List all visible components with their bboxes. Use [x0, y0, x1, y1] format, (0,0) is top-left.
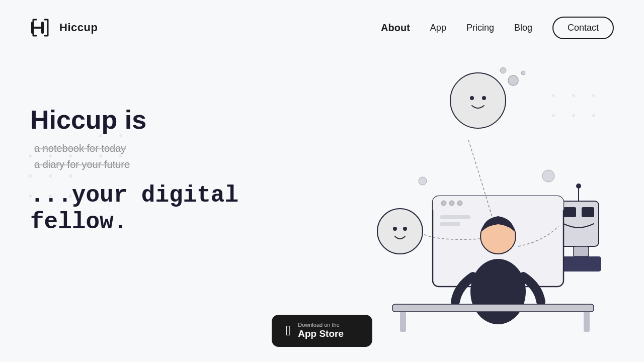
illustration-svg	[322, 55, 634, 347]
svg-rect-44	[440, 215, 470, 219]
nav-about[interactable]: About	[381, 22, 410, 34]
subtitle-2: a diary for your future	[30, 156, 272, 172]
svg-point-30	[403, 227, 407, 231]
svg-point-22	[450, 73, 506, 128]
svg-point-29	[393, 227, 397, 231]
svg-rect-32	[564, 207, 576, 217]
nav-blog[interactable]: Blog	[514, 23, 532, 33]
nav-pricing[interactable]: Pricing	[466, 23, 494, 33]
svg-point-27	[521, 71, 525, 75]
svg-point-35	[576, 184, 581, 189]
appstore-text: Download on the App Store	[298, 322, 344, 340]
logo-text: Hiccup	[59, 21, 98, 34]
svg-point-42	[449, 201, 454, 206]
svg-point-24	[482, 96, 486, 100]
apple-icon: 	[286, 324, 291, 338]
contact-button[interactable]: Contact	[552, 17, 614, 39]
svg-rect-37	[561, 256, 601, 272]
svg-point-41	[441, 201, 446, 206]
svg-rect-36	[574, 246, 589, 256]
svg-point-43	[457, 201, 462, 206]
navbar: Hiccup About App Pricing Blog Contact	[0, 0, 644, 55]
svg-rect-51	[400, 312, 406, 332]
hero-tagline: ...your digitalfellow.	[30, 183, 272, 236]
svg-rect-52	[584, 312, 590, 332]
hero-heading: Hiccup is	[30, 106, 272, 134]
svg-rect-1	[41, 22, 44, 34]
subtitle-1: a notebook for today	[30, 140, 272, 156]
appstore-large-text: App Store	[298, 328, 344, 340]
svg-point-26	[500, 67, 506, 73]
svg-point-49	[470, 259, 526, 324]
hero-section: Hiccup is a notebook for today a diary f…	[30, 65, 272, 236]
logo-link[interactable]: Hiccup	[30, 18, 98, 38]
appstore-button[interactable]:  Download on the App Store	[272, 315, 372, 347]
svg-point-54	[419, 177, 427, 185]
appstore-container:  Download on the App Store	[272, 315, 372, 347]
nav-links: About App Pricing Blog Contact	[381, 17, 614, 39]
svg-point-28	[377, 209, 423, 254]
logo-icon	[30, 18, 55, 38]
nav-app[interactable]: App	[430, 23, 446, 33]
svg-rect-45	[440, 222, 460, 226]
svg-rect-50	[392, 304, 594, 312]
main-content: // We'll place them inline Hiccup is a n…	[0, 55, 644, 362]
svg-rect-2	[34, 27, 41, 29]
svg-rect-33	[582, 207, 594, 217]
svg-point-25	[508, 75, 518, 85]
appstore-small-text: Download on the	[298, 322, 344, 328]
svg-point-23	[470, 96, 474, 100]
svg-point-53	[542, 170, 554, 182]
